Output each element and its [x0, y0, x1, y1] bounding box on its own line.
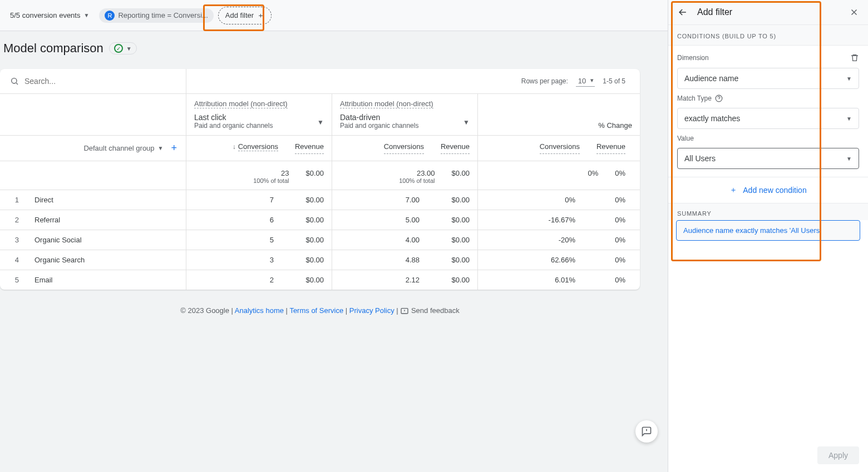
totals-change-revenue: 0% [615, 169, 625, 184]
col-revenue-b[interactable]: Revenue [441, 142, 470, 154]
row-index: 5 [10, 276, 19, 284]
back-arrow-icon[interactable] [677, 7, 688, 18]
table-row: 4Organic Search 3$0.00 4.88$0.00 62.66%0… [0, 250, 640, 270]
row-b-conversions: 7.00 [386, 196, 420, 204]
totals-b-conversions: 23.00 [417, 169, 435, 177]
totals-b-revenue: $0.00 [451, 169, 470, 177]
totals-a-conversions: 23 [281, 169, 289, 177]
totals-a-revenue: $0.00 [305, 169, 324, 177]
table-row: 1Direct 7$0.00 7.00$0.00 0%0% [0, 190, 640, 210]
filter-side-panel: Add filter CONDITIONS (BUILD UP TO 5) Di… [668, 0, 868, 472]
change-header: % Change [598, 121, 632, 130]
row-b-revenue: $0.00 [436, 216, 470, 224]
table-row: 5Email 2$0.00 2.12$0.00 6.01%0% [0, 270, 640, 290]
conditions-section-label: CONDITIONS (BUILD UP TO 5) [668, 25, 868, 46]
table-row: 2Referral 6$0.00 5.00$0.00 -16.67%0% [0, 210, 640, 230]
chevron-down-icon: ▼ [83, 12, 89, 18]
footer-link-analytics-home[interactable]: Analytics home [235, 306, 284, 315]
close-icon[interactable] [849, 7, 859, 17]
footer-copyright: © 2023 Google [180, 306, 229, 315]
row-dimension: Organic Search [34, 256, 85, 264]
totals-a-conv-sub: 100% of total [253, 177, 289, 184]
row-a-revenue: $0.00 [290, 276, 324, 284]
summary-text: Audience name exactly matches 'All Users… [683, 226, 821, 235]
row-change-conversions: -20% [542, 236, 575, 244]
footer: © 2023 Google | Analytics home | Terms o… [0, 290, 640, 316]
row-a-revenue: $0.00 [290, 196, 324, 204]
col-conversions-change[interactable]: Conversions [540, 142, 580, 154]
rows-per-page-label: Rows per page: [521, 77, 568, 85]
side-panel-title: Add filter [697, 7, 840, 17]
search-input[interactable] [24, 77, 176, 86]
apply-label: Apply [828, 451, 848, 460]
feedback-fab[interactable] [635, 420, 658, 443]
status-chip[interactable]: ✓ ▼ [109, 42, 137, 54]
model-header-label: Attribution model (non-direct) [340, 100, 433, 108]
row-change-conversions: 0% [542, 196, 575, 204]
row-change-revenue: 0% [592, 276, 625, 284]
dimension-picker[interactable]: Default channel group ▼ [83, 144, 163, 152]
rows-per-page-select[interactable]: 10 [576, 76, 595, 87]
value-select-value: All Users [684, 154, 716, 163]
add-condition-button[interactable]: ＋ Add new condition [668, 177, 868, 203]
reporting-time-label: Reporting time = Conversi... [118, 11, 208, 19]
row-a-revenue: $0.00 [290, 236, 324, 244]
chevron-down-icon: ▼ [463, 118, 470, 126]
sort-arrow-icon: ↓ [233, 143, 236, 151]
row-change-revenue: 0% [592, 216, 625, 224]
model-b-name: Data-driven [340, 113, 470, 122]
model-a-selector[interactable]: Attribution model (non-direct) Last clic… [186, 94, 332, 135]
row-a-conversions: 2 [240, 276, 274, 284]
row-change-revenue: 0% [592, 196, 625, 204]
row-a-conversions: 7 [240, 196, 274, 204]
row-dimension: Referral [34, 216, 60, 224]
col-conversions-b[interactable]: Conversions [384, 142, 424, 154]
dimension-field-label: Dimension [677, 54, 709, 62]
value-select[interactable]: All Users ▼ [677, 148, 859, 169]
row-change-conversions: -16.67% [542, 216, 575, 224]
conversion-events-chip[interactable]: 5/5 conversion events ▼ [4, 9, 95, 22]
table-row: 3Organic Social 5$0.00 4.00$0.00 -20%0% [0, 230, 640, 250]
svg-point-5 [12, 78, 17, 83]
reporting-time-chip[interactable]: R Reporting time = Conversi... [99, 8, 213, 23]
add-filter-button[interactable]: Add filter ＋ [218, 7, 272, 24]
row-index: 2 [10, 216, 19, 224]
col-revenue-change[interactable]: Revenue [596, 142, 625, 154]
value-field-label: Value [677, 135, 694, 142]
help-icon[interactable] [715, 95, 723, 102]
report-card: Rows per page: 10 1-5 of 5 Attribution m… [0, 69, 640, 290]
col-conversions-a[interactable]: Conversions [238, 142, 278, 151]
match-type-label: Match Type [677, 95, 712, 102]
reporting-badge: R [105, 11, 115, 21]
chevron-down-icon: ▼ [846, 116, 852, 122]
chevron-down-icon: ▼ [317, 118, 324, 126]
row-index: 1 [10, 196, 19, 204]
match-type-value: exactly matches [684, 114, 740, 123]
totals-row: 23100% of total $0.00 23.00100% of total… [0, 161, 640, 190]
model-b-selector[interactable]: Attribution model (non-direct) Data-driv… [332, 94, 478, 135]
model-header-label: Attribution model (non-direct) [194, 100, 288, 108]
delete-icon[interactable] [850, 53, 859, 62]
dimension-select-value: Audience name [684, 74, 738, 83]
row-a-conversions: 6 [240, 216, 274, 224]
row-change-revenue: 0% [592, 236, 625, 244]
row-b-revenue: $0.00 [436, 196, 470, 204]
check-circle-icon: ✓ [114, 44, 123, 53]
dimension-select[interactable]: Audience name ▼ [677, 68, 859, 89]
page-title: Model comparison [3, 41, 103, 56]
row-b-conversions: 4.00 [386, 236, 420, 244]
match-type-select[interactable]: exactly matches ▼ [677, 108, 859, 129]
footer-feedback[interactable]: Send feedback [411, 306, 460, 315]
add-dimension-button[interactable]: + [171, 142, 177, 154]
feedback-icon [400, 307, 409, 316]
footer-link-terms[interactable]: Terms of Service [289, 306, 343, 315]
row-b-conversions: 4.88 [386, 256, 420, 264]
col-revenue-a[interactable]: Revenue [295, 142, 324, 154]
chevron-down-icon: ▼ [846, 156, 852, 162]
dimension-picker-label: Default channel group [83, 144, 154, 152]
totals-b-conv-sub: 100% of total [399, 177, 435, 184]
plus-icon: ＋ [729, 185, 737, 195]
footer-link-privacy[interactable]: Privacy Policy [349, 306, 394, 315]
search-box[interactable] [0, 69, 186, 93]
apply-button[interactable]: Apply [817, 446, 859, 464]
